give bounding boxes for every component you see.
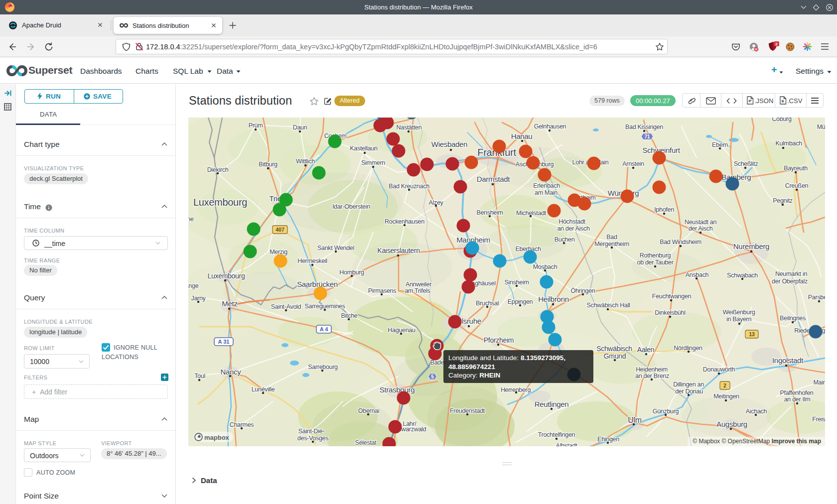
svg-text:Luxembourg: Luxembourg xyxy=(208,272,245,280)
svg-text:Neumarkt in: Neumarkt in xyxy=(775,270,807,277)
svg-text:Coburg: Coburg xyxy=(772,118,792,123)
svg-text:Wittlich: Wittlich xyxy=(296,158,315,165)
svg-text:407: 407 xyxy=(276,227,284,233)
svg-text:Luxembourg: Luxembourg xyxy=(193,197,247,208)
svg-text:Strasbourg: Strasbourg xyxy=(380,385,415,394)
svg-text:Heidenheim: Heidenheim xyxy=(636,366,668,373)
svg-text:71: 71 xyxy=(644,134,650,139)
svg-text:Albstadt: Albstadt xyxy=(556,442,578,446)
svg-text:Pirmasens: Pirmasens xyxy=(368,287,396,294)
svg-text:Nancy: Nancy xyxy=(220,368,241,376)
svg-text:Nastätten: Nastätten xyxy=(397,124,422,131)
svg-text:Nördlingen: Nördlingen xyxy=(674,345,702,352)
svg-text:Trochtelfingen: Trochtelfingen xyxy=(538,431,575,438)
svg-text:Beilngries: Beilngries xyxy=(780,315,806,322)
svg-text:der Donau: der Donau xyxy=(675,388,703,395)
svg-text:Hermeskeil: Hermeskeil xyxy=(297,257,327,264)
svg-text:Münche: Münche xyxy=(817,124,825,130)
svg-text:Aalen: Aalen xyxy=(637,346,654,354)
svg-text:Ehingen: Ehingen xyxy=(597,436,619,443)
svg-text:Pfaffenhofen: Pfaffenhofen xyxy=(780,389,813,396)
svg-text:A 4: A 4 xyxy=(320,326,329,332)
svg-text:Schwäbisch Hall: Schwäbisch Hall xyxy=(586,302,630,309)
svg-text:Mainbu: Mainbu xyxy=(813,379,825,386)
svg-text:Scheßlitz: Scheßlitz xyxy=(734,160,758,167)
svg-text:Darmstadt: Darmstadt xyxy=(477,175,511,183)
svg-text:Bad: Bad xyxy=(606,234,617,241)
svg-text:Sélestat: Sélestat xyxy=(355,439,377,446)
svg-text:Bayreuth: Bayreuth xyxy=(784,165,808,172)
svg-text:der Oberpfalz: der Oberpfalz xyxy=(772,278,808,285)
svg-text:Obernai: Obernai xyxy=(358,407,379,414)
svg-text:ob der Tauber: ob der Tauber xyxy=(637,259,673,266)
svg-text:Buchen: Buchen xyxy=(555,236,575,243)
svg-text:Schwäbisch: Schwäbisch xyxy=(596,345,632,353)
svg-text:Höchstadt: Höchstadt xyxy=(558,218,585,225)
svg-text:mapbox: mapbox xyxy=(204,434,230,441)
svg-text:Wiesbaden: Wiesbaden xyxy=(431,140,467,148)
svg-text:Aichach: Aichach xyxy=(746,408,767,415)
svg-text:Simmern: Simmern xyxy=(361,159,385,166)
svg-text:Ulm: Ulm xyxy=(628,416,642,424)
svg-text:Reutlingen: Reutlingen xyxy=(535,400,569,408)
svg-text:Annweiler: Annweiler xyxy=(406,281,431,288)
svg-text:Bad Windsheim: Bad Windsheim xyxy=(660,239,701,246)
svg-text:Sarrebourg: Sarrebourg xyxy=(308,364,338,371)
svg-text:Feuchtwangen: Feuchtwangen xyxy=(652,293,692,300)
svg-text:Toul: Toul xyxy=(194,373,205,379)
svg-text:5: 5 xyxy=(431,374,434,379)
svg-text:2: 2 xyxy=(775,42,778,46)
svg-text:Bitburg: Bitburg xyxy=(259,161,278,168)
svg-text:Kulmbach: Kulmbach xyxy=(775,140,802,147)
svg-text:an der Aisch: an der Aisch xyxy=(557,225,590,232)
svg-text:ange: ange xyxy=(188,282,199,289)
svg-text:Nuremberg: Nuremberg xyxy=(733,242,769,251)
svg-text:Hanau: Hanau xyxy=(511,132,533,140)
svg-text:Saint-Dié-: Saint-Dié- xyxy=(298,428,325,435)
svg-text:Daun: Daun xyxy=(293,124,307,131)
svg-text:Saarbrücken: Saarbrücken xyxy=(297,280,338,288)
svg-text:Bad Kissingen: Bad Kissingen xyxy=(625,124,663,130)
svg-text:am Trifels: am Trifels xyxy=(405,287,430,294)
svg-text:Idar-Oberstein: Idar-Oberstein xyxy=(332,203,370,210)
svg-text:ne: ne xyxy=(188,216,194,223)
svg-text:Dinkelsbühl: Dinkelsbühl xyxy=(655,309,685,316)
svg-text:Erlenbach: Erlenbach xyxy=(533,182,560,189)
svg-text:Neustadt an: Neustadt an xyxy=(685,219,716,226)
svg-text:Prüm: Prüm xyxy=(249,122,263,129)
svg-text:2: 2 xyxy=(723,382,726,388)
svg-text:der Aisch: der Aisch xyxy=(689,225,713,232)
svg-text:Haguenau: Haguenau xyxy=(388,327,416,334)
svg-text:Donauwörth: Donauwörth xyxy=(703,366,735,373)
svg-text:Pforzheim: Pforzheim xyxy=(484,336,514,344)
svg-text:Parsberg: Parsberg xyxy=(808,294,825,301)
svg-text:Weißenburg: Weißenburg xyxy=(723,309,755,316)
svg-text:Gelnhausen: Gelnhausen xyxy=(534,123,566,130)
svg-text:Ingolstadt: Ingolstadt xyxy=(772,356,804,365)
svg-text:13: 13 xyxy=(749,331,755,337)
svg-text:Metz: Metz xyxy=(222,299,237,308)
svg-text:A 31: A 31 xyxy=(218,339,230,345)
svg-text:Meitingen: Meitingen xyxy=(713,393,739,400)
svg-text:Creußen: Creußen xyxy=(785,182,809,189)
svg-text:Pegnitz: Pegnitz xyxy=(773,197,793,204)
svg-text:Kastellaun: Kastellaun xyxy=(350,145,378,152)
svg-text:Rothenburg: Rothenburg xyxy=(640,252,671,259)
svg-text:Augsburg: Augsburg xyxy=(716,420,747,428)
svg-text:am Main: am Main xyxy=(535,189,558,196)
svg-text:Ansbach: Ansbach xyxy=(686,271,709,278)
svg-text:Kaiserslautern: Kaiserslautern xyxy=(377,247,419,254)
svg-text:Bitche: Bitche xyxy=(341,312,358,319)
svg-text:in Bayern: in Bayern xyxy=(726,316,751,323)
svg-text:Heilbronn: Heilbronn xyxy=(538,295,569,303)
svg-text:Arnstein: Arnstein xyxy=(622,160,644,167)
svg-text:Gmünd: Gmünd xyxy=(604,352,626,360)
svg-text:Iphofen: Iphofen xyxy=(654,206,674,213)
svg-text:Dillingen an: Dillingen an xyxy=(673,381,704,388)
svg-text:an der Ilm: an der Ilm xyxy=(784,396,811,403)
svg-text:an der Brenz: an der Brenz xyxy=(635,373,669,379)
svg-text:Freisin: Freisin xyxy=(812,416,825,423)
